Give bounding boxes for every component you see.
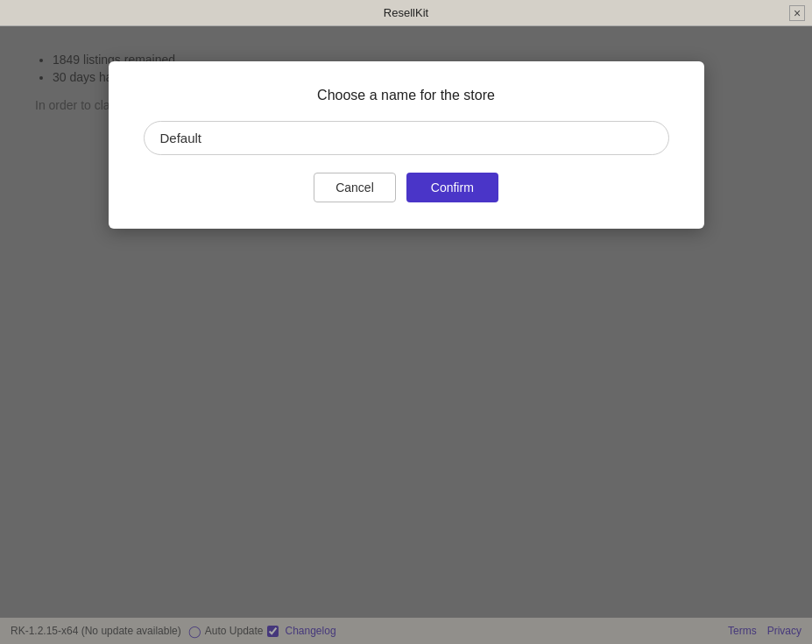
cancel-button[interactable]: Cancel	[314, 173, 396, 202]
title-bar: ResellKit ×	[0, 0, 812, 26]
app-title: ResellKit	[384, 6, 428, 19]
dialog: Choose a name for the store Cancel Confi…	[109, 61, 704, 229]
dialog-actions: Cancel Confirm	[144, 173, 669, 202]
dialog-title: Choose a name for the store	[144, 88, 669, 103]
app-background: 1849 listings remained 30 days has passe…	[0, 26, 812, 644]
modal-overlay: Choose a name for the store Cancel Confi…	[0, 26, 812, 644]
store-name-input[interactable]	[144, 121, 669, 155]
confirm-button[interactable]: Confirm	[406, 173, 498, 202]
close-button[interactable]: ×	[789, 5, 805, 21]
